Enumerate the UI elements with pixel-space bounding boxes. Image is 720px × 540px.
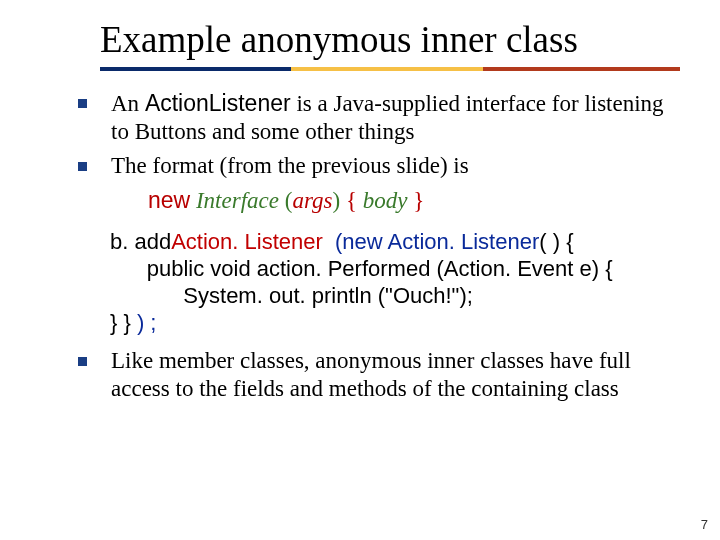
bullet-2: The format (from the previous slide) is <box>78 152 674 180</box>
syntax-new: new <box>148 187 190 213</box>
code-block: b. addAction. Listener (new Action. List… <box>110 229 674 336</box>
code-l1b: Action. Listener <box>171 229 329 254</box>
code-l3: System. out. println ("Ouch!"); <box>110 283 473 308</box>
syntax-rbrace: } <box>413 188 424 213</box>
bullet-1-text: An ActionListener is a Java-supplied int… <box>111 89 674 146</box>
syntax-rpar: ) <box>332 188 340 213</box>
syntax-args: args <box>292 188 332 213</box>
syntax-lbrace: { <box>346 188 357 213</box>
bullet-3-text: Like member classes, anonymous inner cla… <box>111 347 674 403</box>
bullet-1: An ActionListener is a Java-supplied int… <box>78 89 674 146</box>
bullet-2-text: The format (from the previous slide) is <box>111 152 674 180</box>
slide-title: Example anonymous inner class <box>100 18 720 61</box>
bullet-icon <box>78 357 87 366</box>
syntax-iface: Interface <box>196 188 279 213</box>
code-l4a: } } <box>110 310 137 335</box>
syntax-line: new Interface (args) { body } <box>148 186 674 215</box>
bullet-1-code: ActionListener <box>145 90 291 116</box>
code-l4b: ) ; <box>137 310 157 335</box>
slide: Example anonymous inner class An ActionL… <box>0 0 720 540</box>
code-l1c: (new Action. Listener <box>329 229 539 254</box>
title-block: Example anonymous inner class <box>0 0 720 71</box>
page-number: 7 <box>701 517 708 532</box>
slide-body: An ActionListener is a Java-supplied int… <box>0 71 720 403</box>
bullet-icon <box>78 99 87 108</box>
syntax-body: body <box>363 188 408 213</box>
code-l1a: b. add <box>110 229 171 254</box>
code-l1d: ( ) { <box>539 229 573 254</box>
bullet-icon <box>78 162 87 171</box>
bullet-3: Like member classes, anonymous inner cla… <box>78 347 674 403</box>
bullet-1-pre: An <box>111 91 145 116</box>
code-l2: public void action. Performed (Action. E… <box>110 256 613 281</box>
